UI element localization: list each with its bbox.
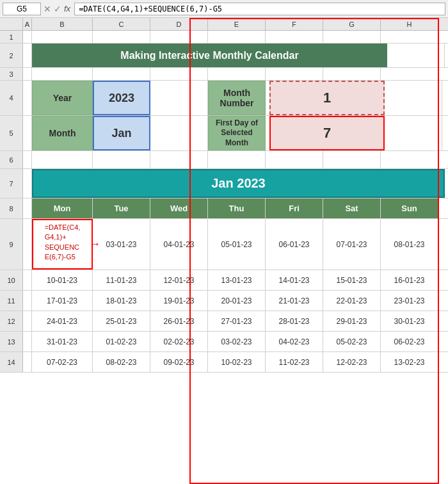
cell-a5[interactable] — [23, 116, 32, 150]
cal-h10[interactable]: 16-01-23 — [381, 270, 438, 290]
cell-d3[interactable] — [150, 68, 208, 80]
cal-e10[interactable]: 13-01-23 — [208, 270, 266, 290]
cell-h4[interactable] — [385, 81, 442, 115]
cal-b13[interactable]: 31-01-23 — [32, 332, 93, 351]
cell-h6[interactable] — [381, 151, 438, 168]
cal-c12[interactable]: 25-01-23 — [93, 311, 150, 331]
col-header-f[interactable]: F — [266, 18, 323, 30]
cal-d11[interactable]: 19-01-23 — [150, 291, 208, 311]
col-header-a[interactable]: A — [23, 18, 32, 30]
confirm-icon[interactable]: ✓ — [54, 4, 61, 14]
cal-g12[interactable]: 29-01-23 — [323, 311, 381, 331]
calendar-header: Jan 2023 — [32, 169, 445, 198]
cal-f10[interactable]: 14-01-23 — [266, 270, 323, 290]
cal-d13[interactable]: 02-02-23 — [150, 332, 208, 351]
cal-b11[interactable]: 17-01-23 — [32, 291, 93, 311]
cal-d9[interactable]: 04-01-23 — [150, 219, 208, 270]
cell-f3[interactable] — [266, 68, 323, 80]
cal-f9[interactable]: 06-01-23 — [266, 219, 323, 270]
cal-e14[interactable]: 10-02-23 — [208, 352, 266, 372]
month-value[interactable]: Jan — [93, 116, 150, 150]
cal-b10[interactable]: 10-01-23 — [32, 270, 93, 290]
row-num-1: 1 — [0, 31, 23, 43]
cell-a4[interactable] — [23, 81, 32, 115]
cell-a2[interactable] — [23, 44, 32, 67]
formula-input[interactable] — [74, 3, 445, 15]
cell-d4[interactable] — [150, 81, 208, 115]
year-value[interactable]: 2023 — [93, 81, 150, 115]
cal-e12[interactable]: 27-01-23 — [208, 311, 266, 331]
fx-icon[interactable]: fx — [64, 4, 70, 13]
cell-c3[interactable] — [93, 68, 150, 80]
cal-c14[interactable]: 08-02-23 — [93, 352, 150, 372]
cell-a13 — [23, 332, 32, 351]
cal-h9[interactable]: 08-01-23 — [381, 219, 438, 270]
cell-d5[interactable] — [150, 116, 208, 150]
cell-a7[interactable] — [23, 169, 32, 198]
col-header-b[interactable]: B — [32, 18, 93, 30]
month-number-value[interactable]: 1 — [269, 81, 385, 115]
cal-g14[interactable]: 12-02-23 — [323, 352, 381, 372]
cell-g3[interactable] — [323, 68, 381, 80]
cell-f1[interactable] — [266, 31, 323, 43]
month-label: Month — [32, 116, 93, 150]
col-header-e[interactable]: E — [208, 18, 266, 30]
cell-b6[interactable] — [32, 151, 93, 168]
day-sun: Sun — [381, 198, 438, 218]
cell-h5[interactable] — [385, 116, 442, 150]
cal-f13[interactable]: 04-02-23 — [266, 332, 323, 351]
cell-ref-box[interactable] — [3, 3, 41, 15]
row-num-13: 13 — [0, 332, 23, 351]
cal-b14[interactable]: 07-02-23 — [32, 352, 93, 372]
cell-h1[interactable] — [381, 31, 438, 43]
col-header-d[interactable]: D — [150, 18, 208, 30]
cal-c13[interactable]: 01-02-23 — [93, 332, 150, 351]
cell-c1[interactable] — [93, 31, 150, 43]
cell-b3[interactable] — [32, 68, 93, 80]
cal-e11[interactable]: 20-01-23 — [208, 291, 266, 311]
cal-g10[interactable]: 15-01-23 — [323, 270, 381, 290]
cal-c9[interactable]: 03-01-23 — [93, 219, 150, 270]
cell-c6[interactable] — [93, 151, 150, 168]
cell-e3[interactable] — [208, 68, 266, 80]
cell-g6[interactable] — [323, 151, 381, 168]
cal-f14[interactable]: 11-02-23 — [266, 352, 323, 372]
cell-f6[interactable] — [266, 151, 323, 168]
cell-a6[interactable] — [23, 151, 32, 168]
cal-h12[interactable]: 30-01-23 — [381, 311, 438, 331]
cell-d6[interactable] — [150, 151, 208, 168]
cancel-icon[interactable]: ✕ — [44, 4, 51, 14]
cell-a3[interactable] — [23, 68, 32, 80]
cell-a1[interactable] — [23, 31, 32, 43]
cal-h14[interactable]: 13-02-23 — [381, 352, 438, 372]
cal-g13[interactable]: 05-02-23 — [323, 332, 381, 351]
cal-d14[interactable]: 09-02-23 — [150, 352, 208, 372]
cell-h3[interactable] — [381, 68, 438, 80]
col-header-h[interactable]: H — [381, 18, 438, 30]
first-day-value[interactable]: 7 — [269, 116, 385, 150]
cal-h11[interactable]: 23-01-23 — [381, 291, 438, 311]
cal-b12[interactable]: 24-01-23 — [32, 311, 93, 331]
row-1: 1 — [0, 31, 448, 44]
cell-h2[interactable] — [387, 44, 445, 67]
cal-f11[interactable]: 21-01-23 — [266, 291, 323, 311]
cell-d1[interactable] — [150, 31, 208, 43]
cal-c11[interactable]: 18-01-23 — [93, 291, 150, 311]
cell-e6[interactable] — [208, 151, 266, 168]
cell-b1[interactable] — [32, 31, 93, 43]
col-header-g[interactable]: G — [323, 18, 381, 30]
cal-f12[interactable]: 28-01-23 — [266, 311, 323, 331]
col-header-c[interactable]: C — [93, 18, 150, 30]
cal-d12[interactable]: 26-01-23 — [150, 311, 208, 331]
cal-e13[interactable]: 03-02-23 — [208, 332, 266, 351]
cal-c10[interactable]: 11-01-23 — [93, 270, 150, 290]
cal-h13[interactable]: 06-02-23 — [381, 332, 438, 351]
cal-g11[interactable]: 22-01-23 — [323, 291, 381, 311]
cal-e9[interactable]: 05-01-23 — [208, 219, 266, 270]
cal-g9[interactable]: 07-01-23 — [323, 219, 381, 270]
cal-d10[interactable]: 12-01-23 — [150, 270, 208, 290]
cell-e1[interactable] — [208, 31, 266, 43]
cell-g1[interactable] — [323, 31, 381, 43]
formula-cell-b9[interactable]: =DATE(C4,G4,1)+SEQUENCE(6,7)-G5 → — [32, 219, 93, 270]
row-num-14: 14 — [0, 352, 23, 372]
